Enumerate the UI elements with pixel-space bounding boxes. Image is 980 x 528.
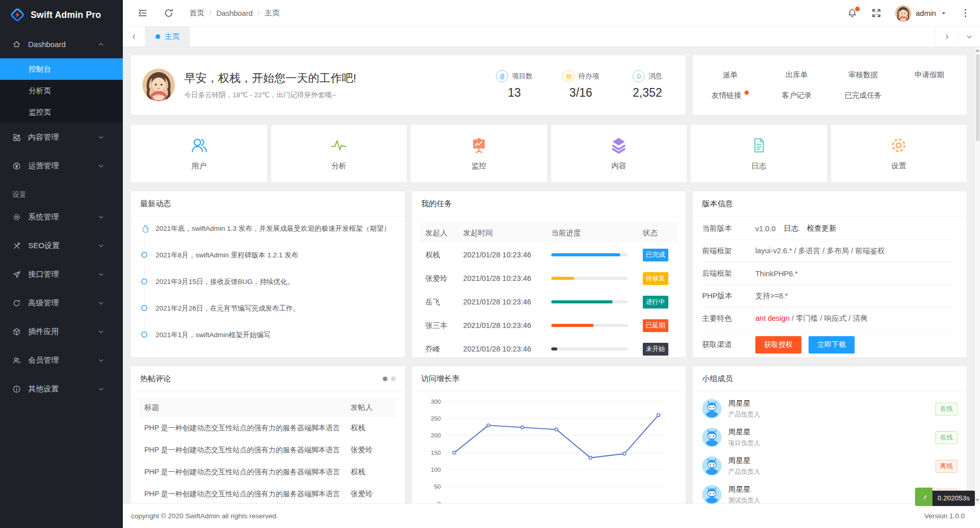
version-link[interactable]: 检查更新 xyxy=(807,224,837,233)
comment-row[interactable]: PHP 是一种创建动态交互性站点的强有力的服务器端脚本语言权栈 xyxy=(139,461,397,483)
breadcrumb-item[interactable]: 主页 xyxy=(265,8,279,18)
task-owner: 张三丰 xyxy=(420,314,458,337)
news-timeline: 2021年底，swiftAdmin 1.3 发布，并发展成最受欢迎的极速开发框架… xyxy=(131,216,405,357)
member-role: 产品负责人 xyxy=(728,410,760,419)
user-menu[interactable]: admin xyxy=(895,5,947,21)
sidebar-item[interactable]: 系统管理 xyxy=(0,203,123,231)
quick-action[interactable]: 分析 xyxy=(271,125,407,182)
breadcrumb: 首页/Dashboard/主页 xyxy=(189,8,279,18)
sidebar-item[interactable]: 运营管理 xyxy=(0,151,123,180)
chevron-right-icon xyxy=(943,33,950,40)
svg-text:250: 250 xyxy=(431,415,441,422)
card-title: 我的任务 xyxy=(421,199,452,209)
sidebar-item[interactable]: SEO设置 xyxy=(0,231,123,260)
yen-icon xyxy=(12,162,21,170)
comment-row[interactable]: PHP 是一种创建动态交互性站点的强有力的服务器端脚本语言张爱玲 xyxy=(139,483,397,503)
home-icon xyxy=(12,40,21,49)
action-button[interactable]: 获取授权 xyxy=(755,336,801,354)
vertical-scrollbar[interactable] xyxy=(975,47,980,503)
tools-icon xyxy=(12,241,21,250)
exec-time-value: 0.202053s xyxy=(932,491,975,506)
sidebar-subitem[interactable]: 监控页 xyxy=(0,101,123,123)
chevron-down-icon xyxy=(98,134,104,141)
welcome-stat: 项目数13 xyxy=(492,70,536,100)
quick-action[interactable]: 日志 xyxy=(691,125,827,182)
notification-dot xyxy=(855,7,860,11)
more-options-icon[interactable] xyxy=(960,8,971,18)
sidebar-item[interactable]: 高级管理 xyxy=(0,289,123,317)
timeline-text: 2021年1月，swiftAdmin框架开始编写 xyxy=(156,330,397,340)
version-row-value: layui-v2.6.* / 多语言 / 多布局 / 前端鉴权 xyxy=(755,246,885,256)
user-avatar xyxy=(895,5,911,21)
comment-row[interactable]: PHP 是一种创建动态交互性站点的强有力的服务器端脚本语言张爱玲 xyxy=(139,439,397,461)
quick-action[interactable]: 监控 xyxy=(411,125,547,182)
flame-icon xyxy=(140,224,149,233)
breadcrumb-separator: / xyxy=(204,9,216,17)
scrollbar-thumb[interactable] xyxy=(976,54,979,141)
quick-link[interactable]: 友情链接 xyxy=(697,85,764,105)
quick-link[interactable]: 审核数据 xyxy=(830,65,897,84)
quick-action[interactable]: 设置 xyxy=(831,125,967,182)
refreshc-icon xyxy=(12,299,21,307)
breadcrumb-item[interactable]: 首页 xyxy=(189,8,204,18)
sidebar-item[interactable]: 插件应用 xyxy=(0,317,123,346)
progress-fill xyxy=(551,253,620,256)
cube-icon xyxy=(12,327,21,336)
carousel-dot[interactable] xyxy=(391,377,396,381)
sidebar-item[interactable]: 内容管理 xyxy=(0,123,123,151)
tabs-scroll-left[interactable] xyxy=(123,27,145,47)
task-row: 权栈2021/01/28 10:23:46已完成 xyxy=(420,243,678,267)
quick-link[interactable]: 申请假期 xyxy=(896,65,963,84)
notifications-button[interactable] xyxy=(847,8,858,18)
tab-home[interactable]: 主页 xyxy=(145,27,190,47)
quick-link[interactable]: 出库单 xyxy=(764,65,830,84)
quick-action[interactable]: 用户 xyxy=(131,125,267,182)
main-content: 早安，权栈，开始您一天的工作吧! 今日多云转阴，18℃ - 22℃，出门记得穿外… xyxy=(123,47,980,503)
sidebar-item[interactable]: 其他设置 xyxy=(0,375,123,403)
task-progress-cell xyxy=(546,290,638,314)
comment-author: 张爱玲 xyxy=(345,439,397,461)
scroll-down-arrow-icon[interactable] xyxy=(975,499,979,501)
svg-text:300: 300 xyxy=(431,398,441,405)
scroll-up-arrow-icon[interactable] xyxy=(975,49,979,52)
sidebar-item-label: 内容管理 xyxy=(28,133,59,142)
carousel-dot-active[interactable] xyxy=(383,377,387,381)
sidebar-subitem[interactable]: 分析页 xyxy=(0,80,123,101)
sidebar-item[interactable]: 会员管理 xyxy=(0,346,123,375)
quick-link[interactable]: 已完成任务 xyxy=(830,85,897,105)
quick-link[interactable]: 客户记录 xyxy=(764,85,830,105)
card-title: 最新动态 xyxy=(140,199,171,209)
welcome-stats: 项目数13待办项3/16消息2,352 xyxy=(492,70,674,100)
collapse-sidebar-icon[interactable] xyxy=(137,8,148,18)
app-logo[interactable]: Swift Admin Pro xyxy=(0,0,123,30)
sidebar-item[interactable]: Dashboard xyxy=(0,30,123,58)
sidebar: Swift Admin Pro Dashboard控制台分析页监控页内容管理运营… xyxy=(0,0,123,528)
fullscreen-icon[interactable] xyxy=(871,8,882,18)
tabs-menu[interactable] xyxy=(957,27,980,47)
sidebar-item-label: 系统管理 xyxy=(28,212,59,222)
sidebar-section-label: 设置 xyxy=(0,187,123,203)
comments-table: 标题发帖人PHP 是一种创建动态交互性站点的强有力的服务器端脚本语言权栈PHP … xyxy=(139,398,397,503)
refresh-icon[interactable] xyxy=(163,8,174,18)
quick-action[interactable]: 内容 xyxy=(551,125,687,182)
comment-author: 权栈 xyxy=(345,461,397,483)
svg-text:200: 200 xyxy=(431,432,441,438)
table-header-row: 标题发帖人 xyxy=(139,398,397,417)
action-button[interactable]: 立即下载 xyxy=(809,336,855,354)
comment-title: PHP 是一种创建动态交互性站点的强有力的服务器端脚本语言 xyxy=(139,483,345,503)
thinkphp-logo[interactable] xyxy=(915,488,932,506)
version-row-label: PHP版本 xyxy=(702,291,755,301)
version-link[interactable]: 日志 xyxy=(784,224,799,233)
version-row: 主要特色ant design / 零门槛 / 响应式 / 清爽 xyxy=(702,307,957,330)
comment-row[interactable]: PHP 是一种创建动态交互性站点的强有力的服务器端脚本语言权栈 xyxy=(139,417,397,439)
version-row-label: 后端框架 xyxy=(702,269,755,278)
tabs-scroll-right[interactable] xyxy=(935,27,957,47)
column-header: 发起时间 xyxy=(458,223,546,243)
breadcrumb-item[interactable]: Dashboard xyxy=(216,9,253,17)
task-progress-cell xyxy=(546,314,638,337)
version-row-value: v1.0.0 xyxy=(755,225,776,233)
sidebar-item[interactable]: 接口管理 xyxy=(0,260,123,289)
quick-link[interactable]: 派单 xyxy=(697,65,764,84)
member-row: 周星星项目负责人在线 xyxy=(702,423,957,452)
sidebar-subitem[interactable]: 控制台 xyxy=(0,58,123,80)
